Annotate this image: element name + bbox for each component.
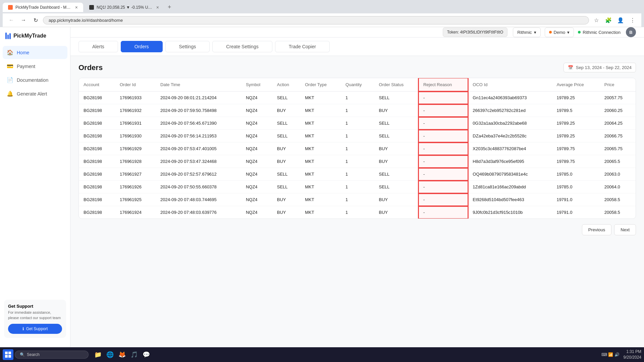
table-cell: 20065.75 <box>600 142 636 155</box>
address-text: app.pickmytrade.io/#/dashboard/home <box>49 18 123 23</box>
date-range-picker[interactable]: 📅 Sep 13, 2024 - Sep 22, 2024 <box>564 63 636 72</box>
sidebar-item-home[interactable]: 🏠 Home <box>3 46 67 59</box>
taskbar-app-3[interactable]: 🦊 <box>117 349 127 360</box>
table-cell: 1 <box>341 142 374 155</box>
table-cell: 19791.0 <box>552 193 599 206</box>
more-button[interactable]: ⋮ <box>628 15 637 25</box>
taskbar-app-2[interactable]: 🌐 <box>105 349 115 360</box>
table-cell: BG28198 <box>79 206 115 219</box>
sidebar-item-documentation[interactable]: 📄 Documentation <box>3 73 67 86</box>
header-broker-dropdown[interactable]: Rithmic ▾ <box>513 27 540 37</box>
table-cell: 2024-09-20 07:56:14.211953 <box>156 130 241 142</box>
browser-tab-1[interactable]: PickMyTrade Dashboard - Mar... × <box>3 3 83 12</box>
tab-close-1[interactable]: × <box>75 5 78 10</box>
forward-button[interactable]: → <box>19 15 28 25</box>
new-tab-button[interactable]: + <box>165 4 174 11</box>
tab-bar: PickMyTrade Dashboard - Mar... × NQ1! 20… <box>3 3 641 12</box>
address-bar[interactable]: app.pickmytrade.io/#/dashboard/home <box>43 16 589 24</box>
table-cell: OQ469b0879079583481e4c <box>468 168 552 181</box>
get-support-panel: Get Support For immediate assistance, pl… <box>4 300 66 338</box>
table-cell: 1 <box>341 206 374 219</box>
svg-rect-3 <box>8 355 11 358</box>
table-cell: 1 <box>341 130 374 142</box>
tab-title-2: NQ1! 20,058.25 ▼ -0.15% Unr... <box>97 5 154 10</box>
table-cell: NQZ4 <box>241 117 272 130</box>
tab-settings[interactable]: Settings <box>165 41 210 52</box>
tab-close-2[interactable]: × <box>156 5 159 10</box>
col-symbol: Symbol <box>241 78 272 92</box>
table-cell: 2024-09-20 07:48:03.639776 <box>156 206 241 219</box>
sidebar-item-generate-alert[interactable]: 🔔 Generate Alert <box>3 87 67 100</box>
previous-button[interactable]: Previous <box>582 224 612 235</box>
table-cell: NQZ4 <box>241 142 272 155</box>
table-cell: 2024-09-20 08:01:21.214204 <box>156 92 241 104</box>
taskbar-tray: ⌨ 📶 🔊 1:31 PM 9/20/2024 <box>601 349 641 360</box>
get-support-button[interactable]: ℹ Get Support <box>8 324 62 334</box>
app: PickMyTrade 🏠 Home 💳 Payment 📄 Documenta… <box>0 27 644 347</box>
payment-icon: 💳 <box>7 63 13 69</box>
col-reject-reason: Reject Reason <box>419 78 468 92</box>
table-header-row: Account Order Id Date Time Symbol Action… <box>79 78 636 92</box>
table-cell: X2035c3c48837762087be4 <box>468 142 552 155</box>
table-cell: 19789.5 <box>552 104 599 117</box>
table-cell: 2024-09-20 07:52:57.679612 <box>156 168 241 181</box>
taskbar-search[interactable]: 🔍 Search <box>15 351 89 359</box>
table-cell: 1 <box>341 193 374 206</box>
taskbar: 🔍 Search 📁 🌐 🦊 🎵 💬 ⌨ 📶 🔊 1:31 PM 9/20/20… <box>0 347 644 362</box>
table-cell: 2024-09-20 07:48:03.744695 <box>156 193 241 206</box>
orders-table-container: Account Order Id Date Time Symbol Action… <box>78 78 636 219</box>
table-cell: SELL <box>374 92 419 104</box>
reject-reason-cell: - <box>419 181 468 193</box>
table-cell: BG28198 <box>79 193 115 206</box>
table-cell: 176961931 <box>115 117 156 130</box>
profile-button[interactable]: 👤 <box>616 15 625 25</box>
browser-tab-2[interactable]: NQ1! 20,058.25 ▼ -0.15% Unr... × <box>84 3 164 12</box>
back-button[interactable]: ← <box>7 15 16 25</box>
taskbar-app-5[interactable]: 💬 <box>141 349 152 360</box>
table-cell: 1Zd81ca81e166ac209abdd <box>468 181 552 193</box>
table-header: Account Order Id Date Time Symbol Action… <box>79 78 636 92</box>
table-cell: 176961928 <box>115 155 156 168</box>
header-demo-dropdown[interactable]: Demo ▾ <box>545 27 574 37</box>
table-cell: NQZ4 <box>241 206 272 219</box>
table-row: BG281981769619272024-09-20 07:52:57.6796… <box>79 168 636 181</box>
table-cell: 20064.25 <box>600 117 636 130</box>
tab-create-settings[interactable]: Create Settings <box>212 41 272 52</box>
tab-orders[interactable]: Orders <box>121 41 163 52</box>
tab-trade-copier[interactable]: Trade Copier <box>275 41 330 52</box>
table-cell: BG28198 <box>79 130 115 142</box>
table-cell: NQZ4 <box>241 130 272 142</box>
taskbar-app-4[interactable]: 🎵 <box>129 349 140 360</box>
tab-alerts[interactable]: Alerts <box>78 41 118 52</box>
col-oco-id: OCO Id <box>468 78 552 92</box>
table-cell: NQZ4 <box>241 104 272 117</box>
next-button[interactable]: Next <box>614 224 636 235</box>
table-cell: MKT <box>300 117 341 130</box>
bookmark-button[interactable]: ☆ <box>592 15 601 25</box>
header-avatar[interactable]: B <box>626 27 636 37</box>
col-order-type: Order Type <box>300 78 341 92</box>
table-cell: 19791.0 <box>552 206 599 219</box>
taskbar-app-1[interactable]: 📁 <box>93 349 103 360</box>
table-cell: BG28198 <box>79 117 115 130</box>
logo-bar-1 <box>5 33 7 39</box>
sidebar-nav: 🏠 Home 💳 Payment 📄 Documentation 🔔 Gener… <box>0 46 70 100</box>
table-cell: 20063.0 <box>600 168 636 181</box>
refresh-button[interactable]: ↻ <box>31 15 40 25</box>
table-cell: BG28198 <box>79 168 115 181</box>
start-button[interactable] <box>3 349 13 360</box>
table-cell: MKT <box>300 130 341 142</box>
reject-reason-cell: - <box>419 168 468 181</box>
sidebar-item-payment[interactable]: 💳 Payment <box>3 60 67 73</box>
col-avg-price: Average Price <box>552 78 599 92</box>
sidebar-item-generate-alert-label: Generate Alert <box>17 91 47 97</box>
tray-icons: ⌨ 📶 🔊 <box>601 352 620 357</box>
table-cell: MKT <box>300 193 341 206</box>
col-action: Action <box>272 78 300 92</box>
extensions-button[interactable]: 🧩 <box>604 15 613 25</box>
table-cell: 9J0fc0b21d3cf915c1010b <box>468 206 552 219</box>
demo-dot-icon <box>549 31 552 34</box>
svg-rect-2 <box>5 355 8 358</box>
table-cell: 20060.25 <box>600 104 636 117</box>
table-cell: 0G32a1aa30cba2292abe68 <box>468 117 552 130</box>
